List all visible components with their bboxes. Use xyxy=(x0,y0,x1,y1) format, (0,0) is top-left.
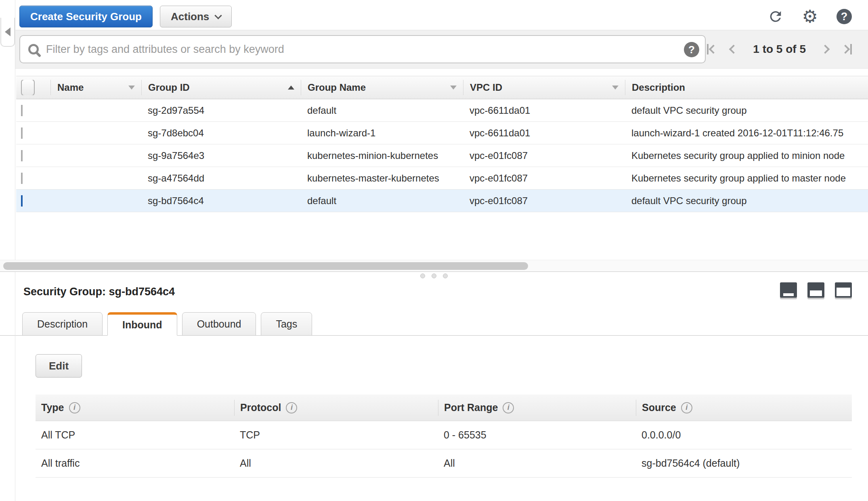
cell-group-name: launch-wizard-1 xyxy=(301,127,463,139)
cell-description: default VPC security group xyxy=(625,105,868,116)
rules-column-protocol: Protocol i xyxy=(234,400,438,416)
actions-button-label: Actions xyxy=(171,10,209,23)
tab-tags[interactable]: Tags xyxy=(261,312,312,336)
inbound-rules-table: Type i Protocol i Port Range i Source i … xyxy=(36,395,852,478)
edit-button[interactable]: Edit xyxy=(36,354,82,378)
details-tabbar: Description Inbound Outbound Tags xyxy=(0,312,868,336)
cell-group-id: sg-a47564dd xyxy=(141,173,301,184)
table-row[interactable]: sg-9a7564e3 kubernetes-minion-kubernetes… xyxy=(16,144,868,167)
pagination-prev-button[interactable] xyxy=(730,46,737,52)
refresh-icon[interactable] xyxy=(767,8,784,25)
sort-arrow-icon xyxy=(128,86,135,90)
rule-protocol: TCP xyxy=(234,429,438,441)
filter-input[interactable] xyxy=(46,43,681,56)
sort-arrow-icon xyxy=(450,86,457,90)
cell-description: launch-wizard-1 created 2016-12-01T11:12… xyxy=(625,127,868,139)
column-label: Protocol xyxy=(240,402,281,413)
table-header-row: Name Group ID Group Name VPC ID Descript… xyxy=(16,76,868,99)
info-icon[interactable]: i xyxy=(69,402,80,413)
select-all-checkbox[interactable] xyxy=(21,80,35,95)
horizontal-scrollbar-track[interactable] xyxy=(0,260,868,272)
pagination-range-text: 1 to 5 of 5 xyxy=(753,43,806,56)
cell-group-id: sg-7d8ebc04 xyxy=(141,127,301,139)
table-row[interactable]: sg-a47564dd kubernetes-master-kubernetes… xyxy=(16,167,868,190)
column-label: Type xyxy=(41,402,64,413)
info-icon[interactable]: i xyxy=(503,402,514,413)
rule-row: All TCP TCP 0 - 65535 0.0.0.0/0 xyxy=(36,421,852,449)
column-label: Description xyxy=(632,82,685,93)
pagination: 1 to 5 of 5 xyxy=(707,43,852,56)
sidebar-collapse-handle[interactable] xyxy=(0,18,15,47)
pane-layout-controls xyxy=(780,282,852,298)
cell-group-name: default xyxy=(301,105,463,116)
filter-help-icon[interactable]: ? xyxy=(684,42,699,57)
pagination-last-button[interactable] xyxy=(842,44,852,54)
cell-vpc-id: vpc-e01fc087 xyxy=(463,173,625,184)
gear-icon[interactable]: ⚙ xyxy=(802,8,818,25)
filter-band: ? 1 to 5 of 5 xyxy=(15,30,868,69)
create-security-group-button[interactable]: Create Security Group xyxy=(19,6,153,27)
pane-layout-small-icon[interactable] xyxy=(780,282,797,298)
sidebar-edge-divider xyxy=(15,0,15,501)
pagination-first-button[interactable] xyxy=(707,44,717,54)
row-checkbox[interactable] xyxy=(21,173,23,184)
column-label: Group ID xyxy=(148,82,190,93)
row-checkbox-checked[interactable] xyxy=(21,195,23,207)
column-label: Group Name xyxy=(308,82,366,93)
details-title: Security Group: sg-bd7564c4 xyxy=(23,282,175,298)
rule-type: All TCP xyxy=(36,429,234,441)
splitter-dot-icon xyxy=(420,273,425,278)
splitter-dot-icon xyxy=(432,273,436,278)
chevron-left-icon xyxy=(709,45,718,54)
pane-layout-large-icon[interactable] xyxy=(835,282,852,298)
details-header: Security Group: sg-bd7564c4 xyxy=(0,280,868,298)
actions-button[interactable]: Actions xyxy=(160,6,232,27)
cell-description: Kubernetes security group applied to min… xyxy=(625,150,868,161)
table-row-selected[interactable]: sg-bd7564c4 default vpc-e01fc087 default… xyxy=(16,190,868,212)
column-header-vpc-id[interactable]: VPC ID xyxy=(463,80,625,95)
tab-description[interactable]: Description xyxy=(22,312,103,336)
row-check-cell xyxy=(16,105,50,116)
horizontal-scrollbar-thumb[interactable] xyxy=(3,262,528,270)
cell-vpc-id: vpc-6611da01 xyxy=(463,127,625,139)
row-checkbox[interactable] xyxy=(21,150,23,161)
rules-column-source: Source i xyxy=(636,400,852,416)
help-icon[interactable]: ? xyxy=(837,9,852,24)
column-header-description[interactable]: Description xyxy=(625,80,868,95)
rules-column-type: Type i xyxy=(36,400,234,416)
rule-protocol: All xyxy=(234,457,438,469)
cell-vpc-id: vpc-6611da01 xyxy=(463,105,625,116)
filter-box[interactable]: ? xyxy=(19,35,706,63)
row-check-cell xyxy=(16,195,50,207)
column-header-group-name[interactable]: Group Name xyxy=(301,80,463,95)
toolbar: Create Security Group Actions ⚙ ? xyxy=(0,0,868,27)
pagination-next-button[interactable] xyxy=(822,46,828,52)
table-row[interactable]: sg-7d8ebc04 launch-wizard-1 vpc-6611da01… xyxy=(16,122,868,144)
column-label: Name xyxy=(57,82,84,93)
row-check-cell xyxy=(16,150,50,161)
pane-splitter-handle[interactable] xyxy=(0,272,868,280)
column-label: VPC ID xyxy=(470,82,502,93)
cell-vpc-id: vpc-e01fc087 xyxy=(463,195,625,207)
rule-source: 0.0.0.0/0 xyxy=(636,429,852,441)
info-icon[interactable]: i xyxy=(681,402,692,413)
row-check-cell xyxy=(16,127,50,139)
pane-layout-medium-icon[interactable] xyxy=(807,282,824,298)
sort-arrow-icon xyxy=(612,86,619,90)
cell-description: Kubernetes security group applied to mas… xyxy=(625,173,868,184)
column-header-group-id[interactable]: Group ID xyxy=(141,80,301,95)
info-icon[interactable]: i xyxy=(286,402,297,413)
tab-inbound[interactable]: Inbound xyxy=(107,312,177,336)
row-check-cell xyxy=(16,173,50,184)
tab-outbound[interactable]: Outbound xyxy=(182,312,256,336)
table-row[interactable]: sg-2d97a554 default vpc-6611da01 default… xyxy=(16,99,868,122)
row-checkbox[interactable] xyxy=(21,105,23,116)
row-checkbox[interactable] xyxy=(21,127,23,139)
rule-row: All traffic All All sg-bd7564c4 (default… xyxy=(36,449,852,478)
cell-vpc-id: vpc-e01fc087 xyxy=(463,150,625,161)
security-groups-page: Create Security Group Actions ⚙ ? ? xyxy=(0,0,868,501)
column-header-name[interactable]: Name xyxy=(50,80,141,95)
splitter-dot-icon xyxy=(443,273,448,278)
cell-group-id: sg-2d97a554 xyxy=(141,105,301,116)
toolbar-icons: ⚙ ? xyxy=(767,8,852,25)
